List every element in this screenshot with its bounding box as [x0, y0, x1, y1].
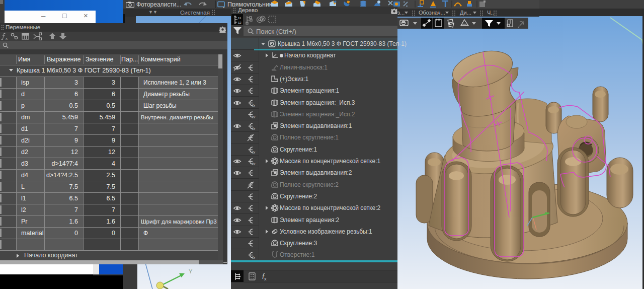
svg-text:fx: fx	[252, 115, 256, 119]
svg-text:Обознач...: Обознач...	[419, 10, 445, 16]
svg-text:Y: Y	[189, 268, 193, 274]
svg-text:з...: з...	[397, 10, 405, 16]
svg-text:fx: fx	[252, 150, 256, 154]
svg-text:12: 12	[238, 21, 242, 24]
svg-text:Ч..: Ч..	[487, 10, 494, 16]
svg-text:11: 11	[238, 17, 242, 20]
svg-text:fx: fx	[252, 255, 256, 259]
svg-text:fx: fx	[252, 162, 256, 166]
svg-text:fx: fx	[252, 126, 256, 130]
svg-text:fx: fx	[252, 103, 256, 107]
svg-text:Ди...: Ди...	[460, 10, 471, 16]
svg-text:x: x	[6, 36, 8, 41]
